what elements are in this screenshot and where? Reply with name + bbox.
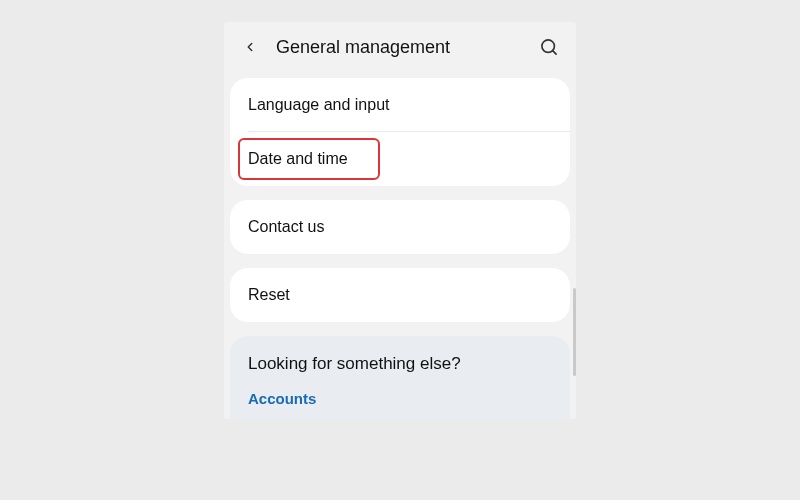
item-label: Contact us [248,218,324,235]
language-input-item[interactable]: Language and input [230,78,570,132]
reset-item[interactable]: Reset [230,268,570,322]
contact-us-item[interactable]: Contact us [230,200,570,254]
scroll-indicator [573,288,576,376]
item-label: Date and time [248,150,348,167]
item-label: Language and input [248,96,389,113]
search-icon[interactable] [538,36,560,58]
page-title: General management [276,37,538,58]
suggestion-title: Looking for something else? [248,354,552,374]
content-area: Language and input Date and time Contact… [224,72,576,419]
header-bar: General management [224,22,576,72]
settings-group-2: Contact us [230,200,570,254]
settings-group-3: Reset [230,268,570,322]
date-time-item[interactable]: Date and time [230,132,570,186]
settings-screen: General management Language and input Da… [224,22,576,419]
back-icon[interactable] [240,37,260,57]
suggestion-card: Looking for something else? Accounts [230,336,570,419]
accounts-link[interactable]: Accounts [248,390,552,407]
item-label: Reset [248,286,290,303]
settings-group-1: Language and input Date and time [230,78,570,186]
svg-line-1 [553,51,556,54]
